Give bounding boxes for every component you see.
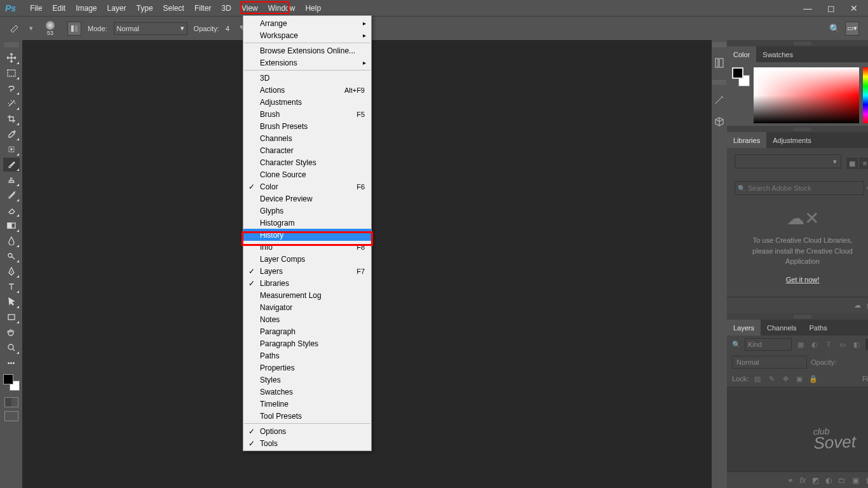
marquee-tool[interactable] bbox=[3, 66, 20, 80]
lock-image-icon[interactable]: ✎ bbox=[766, 374, 776, 384]
layer-filter-kind[interactable]: Kind bbox=[745, 338, 792, 351]
eyedropper-tool[interactable] bbox=[3, 127, 20, 141]
menu-item-libraries[interactable]: ✓Libraries bbox=[243, 277, 371, 289]
clone-stamp-tool[interactable] bbox=[3, 173, 20, 187]
menu-item-brush[interactable]: BrushF5 bbox=[243, 108, 371, 120]
tab-paths[interactable]: Paths bbox=[803, 320, 834, 336]
path-selection-tool[interactable] bbox=[3, 295, 20, 309]
minimize-button[interactable]: — bbox=[799, 2, 816, 15]
menu-select[interactable]: Select bbox=[158, 1, 189, 15]
menu-item-tools[interactable]: ✓Tools bbox=[243, 437, 371, 449]
menu-item-histogram[interactable]: Histogram bbox=[243, 217, 371, 229]
menu-item-character[interactable]: Character bbox=[243, 144, 371, 156]
lock-artboard-icon[interactable]: ▣ bbox=[794, 374, 804, 384]
panel-grip[interactable] bbox=[712, 43, 726, 47]
menu-item-3d[interactable]: 3D bbox=[243, 72, 371, 84]
menu-item-actions[interactable]: ActionsAlt+F9 bbox=[243, 84, 371, 96]
panel-menu-icon[interactable]: ≡ bbox=[864, 132, 868, 148]
tab-color[interactable]: Color bbox=[727, 46, 756, 62]
menu-item-adjustments[interactable]: Adjustments bbox=[243, 96, 371, 108]
dodge-tool[interactable] bbox=[3, 249, 20, 263]
filter-smart-icon[interactable]: ◧ bbox=[851, 339, 862, 349]
menu-item-properties[interactable]: Properties bbox=[243, 362, 371, 374]
stock-search-input[interactable]: Search Adobe Stock bbox=[735, 181, 864, 195]
library-select[interactable]: ▾ bbox=[735, 154, 841, 168]
menu-item-extensions[interactable]: Extensions bbox=[243, 57, 371, 69]
lock-all-icon[interactable]: 🔒 bbox=[808, 374, 818, 384]
menu-item-timeline[interactable]: Timeline bbox=[243, 398, 371, 410]
opacity-value[interactable]: 4 bbox=[226, 25, 229, 32]
panel-grip[interactable] bbox=[794, 42, 811, 45]
menu-item-navigator[interactable]: Navigator bbox=[243, 301, 371, 313]
brush-preview[interactable]: 53 bbox=[39, 18, 61, 39]
history-brush-tool[interactable] bbox=[3, 188, 20, 202]
menu-item-arrange[interactable]: Arrange bbox=[243, 17, 371, 29]
pen-tool[interactable] bbox=[3, 264, 20, 278]
brush-tool[interactable] bbox=[3, 158, 20, 172]
hand-tool[interactable] bbox=[3, 325, 20, 339]
menu-item-layer-comps[interactable]: Layer Comps bbox=[243, 253, 371, 265]
crop-tool[interactable] bbox=[3, 112, 20, 126]
menu-item-clone-source[interactable]: Clone Source bbox=[243, 168, 371, 180]
menu-type[interactable]: Type bbox=[132, 1, 158, 15]
grid-view-icon[interactable]: ▦ bbox=[846, 158, 858, 169]
panel-menu-icon[interactable]: ≡ bbox=[864, 320, 868, 336]
new-layer-icon[interactable]: ▣ bbox=[852, 476, 859, 485]
tool-preset-icon[interactable] bbox=[8, 23, 23, 34]
brush-panel-toggle[interactable] bbox=[67, 22, 81, 36]
quick-mask-toggle[interactable] bbox=[4, 397, 18, 407]
dock-icon-properties[interactable] bbox=[712, 93, 727, 108]
filter-shape-icon[interactable]: ▭ bbox=[837, 339, 848, 349]
tab-adjustments[interactable]: Adjustments bbox=[766, 132, 818, 148]
menu-item-color[interactable]: ✓ColorF6 bbox=[243, 180, 371, 193]
lasso-tool[interactable] bbox=[3, 81, 20, 95]
menu-layer[interactable]: Layer bbox=[102, 1, 132, 15]
menu-item-device-preview[interactable]: Device Preview bbox=[243, 193, 371, 205]
color-swatch-pair[interactable] bbox=[732, 67, 750, 86]
menu-file[interactable]: File bbox=[25, 1, 47, 15]
delete-layer-icon[interactable]: 🗑 bbox=[865, 476, 868, 485]
menu-edit[interactable]: Edit bbox=[47, 1, 71, 15]
menu-help[interactable]: Help bbox=[300, 1, 326, 15]
rectangle-tool[interactable] bbox=[3, 310, 20, 324]
color-field[interactable] bbox=[754, 67, 859, 123]
magic-wand-tool[interactable] bbox=[3, 97, 20, 111]
menu-item-brush-presets[interactable]: Brush Presets bbox=[243, 120, 371, 132]
blur-tool[interactable] bbox=[3, 234, 20, 248]
panel-grip[interactable] bbox=[794, 128, 811, 131]
dock-icon-3d[interactable] bbox=[712, 114, 727, 130]
close-button[interactable]: ✕ bbox=[846, 2, 862, 15]
menu-item-layers[interactable]: ✓LayersF7 bbox=[243, 265, 371, 277]
get-it-now-link[interactable]: Get it now! bbox=[786, 276, 820, 283]
workspace-switcher[interactable]: ▭▾ bbox=[845, 22, 859, 36]
layer-style-icon[interactable]: fx bbox=[800, 476, 806, 485]
menu-item-paragraph-styles[interactable]: Paragraph Styles bbox=[243, 337, 371, 349]
menu-item-paths[interactable]: Paths bbox=[243, 349, 371, 362]
menu-item-swatches[interactable]: Swatches bbox=[243, 386, 371, 398]
edit-toolbar[interactable]: ••• bbox=[3, 356, 20, 370]
search-icon[interactable]: 🔍 bbox=[829, 24, 840, 34]
blend-mode-select[interactable]: Normal▾ bbox=[114, 22, 187, 35]
filter-type-icon[interactable]: T bbox=[824, 339, 834, 349]
move-tool[interactable] bbox=[3, 51, 20, 65]
menu-item-workspace[interactable]: Workspace bbox=[243, 29, 371, 41]
color-swatches[interactable] bbox=[3, 374, 20, 391]
screen-mode-toggle[interactable] bbox=[4, 411, 18, 421]
panel-grip[interactable] bbox=[712, 80, 726, 85]
menu-item-measurement-log[interactable]: Measurement Log bbox=[243, 289, 371, 301]
tab-layers[interactable]: Layers bbox=[727, 320, 761, 336]
tab-libraries[interactable]: Libraries bbox=[727, 132, 766, 148]
menu-item-tool-presets[interactable]: Tool Presets bbox=[243, 410, 371, 422]
link-layers-icon[interactable]: ⚭ bbox=[787, 476, 794, 485]
panel-grip[interactable] bbox=[4, 43, 19, 48]
layer-blend-mode[interactable]: Normal bbox=[732, 356, 807, 369]
menu-item-notes[interactable]: Notes bbox=[243, 313, 371, 325]
menu-item-options[interactable]: ✓Options bbox=[243, 425, 371, 437]
type-tool[interactable] bbox=[3, 280, 20, 294]
filter-adjust-icon[interactable]: ◐ bbox=[810, 339, 820, 349]
menu-3d[interactable]: 3D bbox=[217, 1, 236, 15]
healing-brush-tool[interactable] bbox=[3, 142, 20, 156]
menu-item-channels[interactable]: Channels bbox=[243, 132, 371, 144]
menu-item-glyphs[interactable]: Glyphs bbox=[243, 205, 371, 217]
list-view-icon[interactable]: ≡ bbox=[859, 158, 868, 169]
